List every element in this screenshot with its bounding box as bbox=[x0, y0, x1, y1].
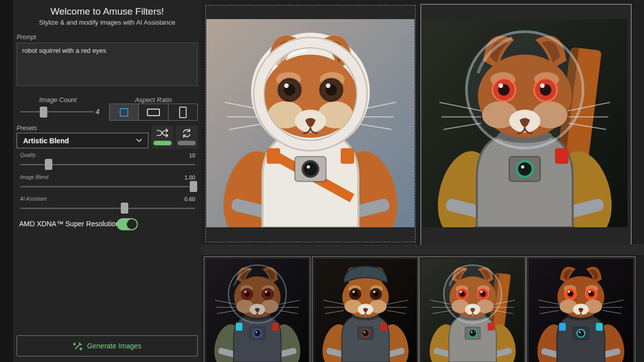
image-count-value: 4 bbox=[96, 108, 100, 116]
refresh-presets-button[interactable] bbox=[176, 126, 198, 149]
landscape-ratio-icon bbox=[147, 109, 160, 116]
aspect-square-button[interactable] bbox=[110, 104, 139, 120]
prompt-input[interactable]: robot squirrel with a red eyes bbox=[17, 43, 198, 86]
thumbnail-image-4[interactable] bbox=[529, 259, 633, 362]
presets-selected-value: Artistic Blend bbox=[23, 137, 69, 145]
ai-assistant-slider-handle[interactable] bbox=[121, 203, 128, 214]
left-rail bbox=[0, 0, 13, 362]
shuffle-presets-button[interactable] bbox=[151, 126, 174, 149]
page-title: Welcome to Amuse Filters! bbox=[13, 6, 201, 17]
quality-slider-handle[interactable] bbox=[45, 159, 52, 170]
aspect-ratio-group bbox=[109, 104, 198, 121]
magic-wand-icon bbox=[73, 341, 83, 351]
prompt-label: Prompt bbox=[17, 34, 36, 41]
thumbnail-image-3[interactable] bbox=[422, 259, 524, 362]
ai-assistant-label: AI Assistant bbox=[20, 196, 46, 202]
image-blend-value: 1.00 bbox=[170, 174, 195, 180]
image-blend-slider-track[interactable] bbox=[20, 186, 195, 188]
generated-image-large-2[interactable] bbox=[422, 19, 627, 227]
quality-value: 10 bbox=[170, 152, 195, 158]
image-count-slider-handle[interactable] bbox=[40, 107, 47, 118]
generated-image-large-1[interactable] bbox=[206, 19, 415, 227]
shuffle-icon bbox=[156, 129, 169, 137]
generate-images-button[interactable]: Generate Images bbox=[17, 335, 198, 356]
aspect-ratio-label: Aspect Ratio bbox=[109, 96, 198, 104]
ai-assistant-value: 0.60 bbox=[170, 196, 195, 202]
page-subtitle: Stylize & and modify images with AI Assi… bbox=[13, 19, 201, 26]
super-resolution-toggle[interactable] bbox=[117, 218, 138, 230]
image-blend-slider-handle[interactable] bbox=[190, 181, 197, 192]
portrait-ratio-icon bbox=[179, 107, 187, 118]
image-count-slider-track[interactable] bbox=[20, 111, 94, 113]
refresh-inactive-indicator bbox=[178, 141, 196, 145]
ai-assistant-slider-track[interactable] bbox=[20, 208, 195, 209]
image-blend-label: Image Blend bbox=[20, 174, 48, 180]
image-count-label: Image Count bbox=[20, 96, 96, 104]
super-resolution-label: AMD XDNA™ Super Resolution bbox=[19, 220, 119, 228]
aspect-landscape-button[interactable] bbox=[139, 104, 168, 120]
toggle-knob bbox=[127, 219, 137, 229]
square-ratio-icon bbox=[120, 108, 128, 117]
thumbnail-image-2[interactable] bbox=[314, 259, 417, 362]
shuffle-active-indicator bbox=[153, 141, 172, 145]
chevron-down-icon bbox=[136, 139, 142, 142]
refresh-icon bbox=[182, 129, 192, 138]
presets-dropdown[interactable]: Artistic Blend bbox=[17, 133, 148, 148]
thumbnail-image-1[interactable] bbox=[206, 259, 308, 362]
generate-images-label: Generate Images bbox=[87, 342, 141, 350]
presets-label: Presets bbox=[17, 125, 37, 132]
aspect-portrait-button[interactable] bbox=[169, 104, 197, 120]
quality-label: Quality bbox=[20, 152, 36, 158]
gallery-divider bbox=[201, 244, 644, 255]
